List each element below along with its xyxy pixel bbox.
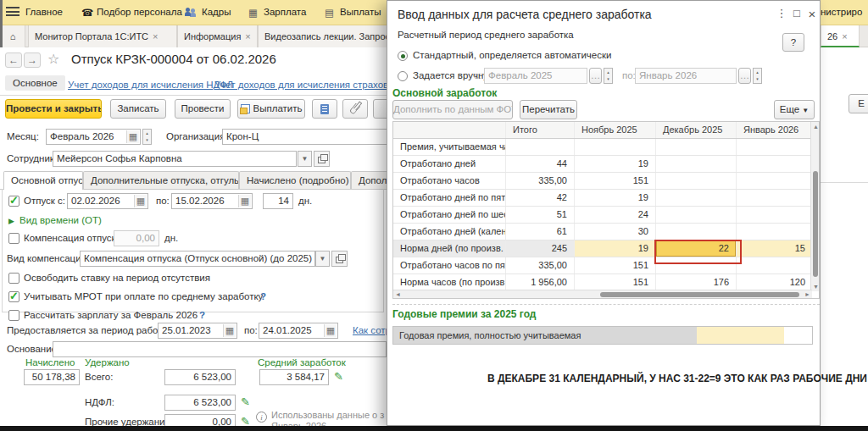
- calendar-icon[interactable]: ▦: [238, 195, 251, 207]
- menu-item-admin-clipped[interactable]: нистриро: [821, 7, 862, 17]
- annual-bonus-cell[interactable]: [697, 327, 784, 344]
- edit-pencil-icon[interactable]: ✎: [241, 395, 250, 408]
- scroll-right-icon[interactable]: ►: [804, 291, 810, 297]
- row-label: Отработано часов: [393, 173, 506, 189]
- table-row[interactable]: Отработано дней по шестидневн.. 51 24: [393, 207, 819, 224]
- time-kind-link[interactable]: Вид времени (ОТ): [19, 215, 102, 225]
- month-input[interactable]: Февраль 2026 ▦: [46, 129, 141, 145]
- earnings-table[interactable]: Итого Ноябрь 2025 Декабрь 2025 Январь 20…: [392, 121, 820, 299]
- table-row[interactable]: Отработано часов по пятидневн.. 335,00 1…: [393, 257, 819, 274]
- close-icon[interactable]: ×: [245, 31, 250, 41]
- calc-salary-help-link[interactable]: ?: [199, 310, 205, 320]
- annual-bonus-table[interactable]: Годовая премия, полностью учитываемая: [392, 326, 813, 345]
- comp-kind-input[interactable]: Компенсация отпуска (Отпуск основной) (д…: [80, 251, 315, 267]
- release-rate-checkbox[interactable]: [8, 273, 19, 284]
- tab-vacation-doc[interactable]: 26×: [821, 25, 860, 47]
- fill-by-fot-button[interactable]: Дополнить по данным ФОТ: [392, 100, 513, 119]
- comp-kind-dropdown-button[interactable]: ▼: [315, 251, 330, 267]
- tab-video[interactable]: Видеозапись лекции. Запросы и требован: [258, 25, 387, 47]
- save-button[interactable]: Записать: [110, 99, 166, 119]
- table-row[interactable]: Отработано часов 335,00 151: [393, 173, 819, 190]
- edit-pencil-icon[interactable]: ✎: [241, 415, 250, 426]
- tab-additional-clipped[interactable]: Дополнитель: [351, 171, 387, 189]
- vacation-days-input[interactable]: 14: [263, 193, 293, 209]
- forward-button[interactable]: →: [24, 52, 41, 68]
- scroll-left-icon[interactable]: ◄: [395, 291, 401, 297]
- tab-monitor[interactable]: Монитор Портала 1С:ИТС×: [28, 25, 177, 47]
- menu-item-main[interactable]: Главное: [25, 7, 63, 17]
- calendar-icon[interactable]: ▦: [134, 195, 147, 207]
- tab-info[interactable]: Информация×: [177, 25, 258, 47]
- mrot-checkbox[interactable]: [8, 291, 19, 302]
- nav-link-insurance[interactable]: Учет доходов для исчисления страховых в: [214, 80, 387, 90]
- period-to-input[interactable]: 24.01.2025▦: [259, 323, 338, 339]
- table-row[interactable]: Отработано дней по пятидневн.. 42 19: [393, 190, 819, 207]
- org-input[interactable]: Крон-Ц: [222, 129, 387, 145]
- calendar-icon[interactable]: ▦: [126, 130, 139, 143]
- close-icon[interactable]: ×: [153, 31, 158, 41]
- close-icon[interactable]: ×: [842, 31, 847, 41]
- scrollbar-thumb[interactable]: [813, 171, 818, 277]
- more-button[interactable]: Еще ▼: [774, 100, 815, 119]
- employee-dropdown-button[interactable]: ▼: [298, 151, 312, 167]
- scrollbar-thumb[interactable]: [600, 292, 799, 297]
- employee-open-button[interactable]: [314, 151, 330, 167]
- post-and-close-button[interactable]: Провести и закрыть: [5, 99, 102, 119]
- month-stepper[interactable]: ▴▾: [142, 129, 152, 145]
- calc-salary-checkbox[interactable]: [8, 310, 19, 321]
- scroll-down-icon[interactable]: ▼: [813, 284, 819, 290]
- table-row[interactable]: Норма часов (по произв. календ.. 1 956,0…: [393, 274, 819, 291]
- period-from-input[interactable]: 25.01.2023▦: [158, 323, 237, 339]
- mrot-help-link[interactable]: ?: [260, 291, 266, 301]
- nav-section-current[interactable]: Основное: [5, 75, 65, 91]
- maximize-icon[interactable]: □: [791, 7, 803, 19]
- menu-item-payments[interactable]: Выплаты: [340, 7, 381, 17]
- vacation-from-input[interactable]: 02.02.2026▦: [67, 193, 148, 209]
- basis-input[interactable]: [53, 341, 387, 357]
- help-button[interactable]: ?: [782, 33, 804, 52]
- vertical-scrollbar[interactable]: ▲ ▼: [810, 122, 819, 291]
- table-row[interactable]: Премия, учитываемая частично: [393, 139, 819, 156]
- radio-manual-period[interactable]: [398, 71, 408, 81]
- cell: [737, 207, 812, 223]
- radio-standard-period[interactable]: [398, 51, 408, 61]
- row-label: Норма часов (по произв. календ..: [393, 274, 506, 290]
- tab-additional-vacations[interactable]: Дополнительные отпуска, отгулы: [83, 171, 239, 189]
- reread-button[interactable]: Перечитать: [520, 100, 577, 119]
- close-icon[interactable]: ×: [806, 7, 818, 21]
- table-row[interactable]: Отработано дней 44 19: [393, 156, 819, 173]
- table-row-highlighted[interactable]: Норма дней (по произв. календа.. 245 19 …: [393, 240, 819, 257]
- print-button[interactable]: [373, 99, 387, 119]
- back-button[interactable]: ←: [5, 52, 22, 68]
- menu-item-salary[interactable]: Зарплата: [264, 7, 306, 17]
- horizontal-scrollbar[interactable]: ◄ ►: [393, 290, 812, 298]
- background-more-button[interactable]: Е: [849, 94, 868, 113]
- table-row[interactable]: Отработано дней (календ.) 61 30: [393, 224, 819, 240]
- hamburger-icon[interactable]: [6, 7, 19, 18]
- calendar-icon[interactable]: ▦: [223, 324, 236, 337]
- calendar-icon[interactable]: ▦: [324, 324, 337, 337]
- month-value: Февраль 2026: [50, 131, 114, 141]
- scroll-up-icon[interactable]: ▲: [813, 124, 819, 130]
- tab-accrued-details[interactable]: Начислено (подробно): [239, 171, 351, 189]
- post-button[interactable]: Провести: [175, 99, 231, 119]
- row-label: Норма дней (по произв. календа..: [393, 240, 506, 257]
- compensation-checkbox[interactable]: [8, 233, 19, 244]
- attachments-button[interactable]: [342, 99, 368, 119]
- menu-item-staff[interactable]: Кадры: [202, 7, 231, 17]
- comp-kind-open-button[interactable]: [331, 251, 348, 267]
- vacation-to-input[interactable]: 15.02.2026▦: [171, 193, 253, 209]
- tab-main-vacation[interactable]: Основной отпуск: [3, 171, 83, 190]
- employee-input[interactable]: Мейерсон Софья Карповна: [53, 151, 297, 167]
- vacation-checkbox[interactable]: [8, 196, 19, 207]
- how-employee-link[interactable]: Как сотру: [353, 325, 387, 335]
- favorite-star-icon[interactable]: ☆: [47, 51, 59, 67]
- nav-link-ndfl[interactable]: Учет доходов для исчисления НДФЛ: [68, 80, 233, 90]
- home-tab[interactable]: ⌂: [0, 25, 25, 47]
- menu-item-recruit[interactable]: Подбор персонала: [97, 7, 182, 17]
- chevron-right-icon[interactable]: ▶: [8, 217, 14, 225]
- reports-button[interactable]: [312, 99, 337, 119]
- kebab-menu-icon[interactable]: ⋮: [776, 7, 787, 19]
- pay-button[interactable]: Выплатить: [237, 99, 305, 119]
- edit-pencil-icon[interactable]: ✎: [334, 370, 343, 383]
